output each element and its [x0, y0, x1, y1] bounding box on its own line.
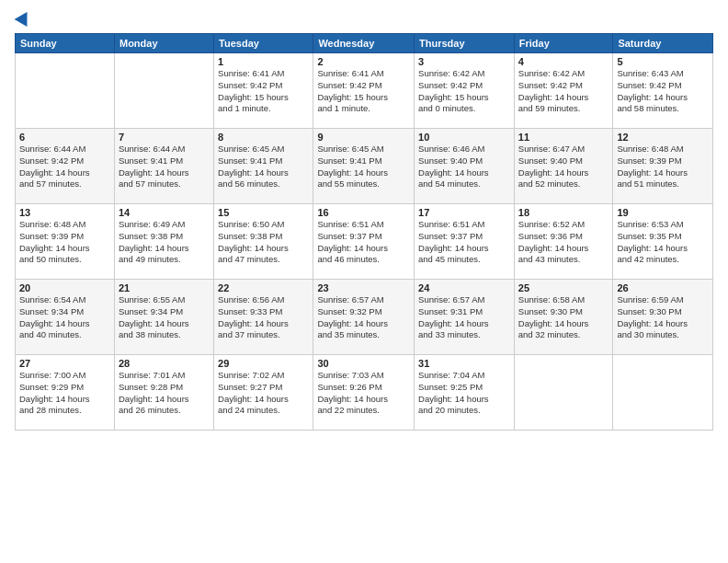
calendar-week-row: 13Sunrise: 6:48 AM Sunset: 9:39 PM Dayli… — [16, 204, 713, 280]
day-number: 19 — [617, 207, 709, 218]
day-number: 6 — [19, 132, 110, 143]
day-number: 12 — [617, 132, 709, 143]
day-info: Sunrise: 6:46 AM Sunset: 9:40 PM Dayligh… — [418, 144, 510, 190]
weekday-header: Sunday — [16, 34, 115, 53]
calendar-cell: 14Sunrise: 6:49 AM Sunset: 9:38 PM Dayli… — [114, 204, 213, 280]
page-header — [15, 11, 713, 26]
day-info: Sunrise: 6:55 AM Sunset: 9:34 PM Dayligh… — [119, 294, 210, 341]
calendar-cell: 27Sunrise: 7:00 AM Sunset: 9:29 PM Dayli… — [16, 355, 115, 431]
calendar-cell: 20Sunrise: 6:54 AM Sunset: 9:34 PM Dayli… — [16, 280, 115, 355]
day-info: Sunrise: 6:41 AM Sunset: 9:42 PM Dayligh… — [317, 68, 410, 115]
day-info: Sunrise: 6:58 AM Sunset: 9:30 PM Dayligh… — [518, 294, 609, 341]
calendar-cell: 26Sunrise: 6:59 AM Sunset: 9:30 PM Dayli… — [613, 280, 713, 355]
day-number: 2 — [317, 56, 410, 67]
day-number: 27 — [19, 358, 110, 369]
day-number: 23 — [317, 282, 410, 293]
calendar-cell: 21Sunrise: 6:55 AM Sunset: 9:34 PM Dayli… — [114, 280, 213, 355]
calendar-cell: 11Sunrise: 6:47 AM Sunset: 9:40 PM Dayli… — [514, 129, 613, 204]
day-number: 14 — [119, 207, 210, 218]
day-info: Sunrise: 7:00 AM Sunset: 9:29 PM Dayligh… — [19, 370, 110, 417]
weekday-header: Monday — [114, 34, 213, 53]
calendar-cell: 19Sunrise: 6:53 AM Sunset: 9:35 PM Dayli… — [613, 204, 713, 280]
day-info: Sunrise: 6:44 AM Sunset: 9:41 PM Dayligh… — [119, 144, 210, 190]
calendar-cell: 23Sunrise: 6:57 AM Sunset: 9:32 PM Dayli… — [313, 280, 415, 355]
day-number: 20 — [19, 282, 110, 293]
day-number: 28 — [119, 358, 210, 369]
calendar-cell — [114, 53, 213, 129]
calendar-cell — [514, 355, 613, 431]
day-number: 10 — [418, 132, 510, 143]
day-number: 17 — [418, 207, 510, 218]
day-number: 30 — [317, 358, 410, 369]
day-number: 16 — [317, 207, 410, 218]
calendar-cell: 30Sunrise: 7:03 AM Sunset: 9:26 PM Dayli… — [313, 355, 415, 431]
day-info: Sunrise: 6:51 AM Sunset: 9:37 PM Dayligh… — [418, 219, 510, 266]
day-number: 22 — [218, 282, 309, 293]
day-info: Sunrise: 7:02 AM Sunset: 9:27 PM Dayligh… — [218, 370, 309, 417]
day-info: Sunrise: 6:45 AM Sunset: 9:41 PM Dayligh… — [218, 144, 309, 190]
day-number: 9 — [317, 132, 410, 143]
calendar-cell: 16Sunrise: 6:51 AM Sunset: 9:37 PM Dayli… — [313, 204, 415, 280]
day-info: Sunrise: 6:49 AM Sunset: 9:38 PM Dayligh… — [119, 219, 210, 266]
day-number: 1 — [218, 56, 309, 67]
day-number: 4 — [518, 56, 609, 67]
calendar-cell: 24Sunrise: 6:57 AM Sunset: 9:31 PM Dayli… — [415, 280, 515, 355]
day-info: Sunrise: 6:42 AM Sunset: 9:42 PM Dayligh… — [518, 68, 609, 115]
calendar-cell: 2Sunrise: 6:41 AM Sunset: 9:42 PM Daylig… — [313, 53, 415, 129]
day-info: Sunrise: 7:01 AM Sunset: 9:28 PM Dayligh… — [119, 370, 210, 417]
day-number: 7 — [119, 132, 210, 143]
weekday-header: Thursday — [415, 34, 515, 53]
calendar-cell: 17Sunrise: 6:51 AM Sunset: 9:37 PM Dayli… — [415, 204, 515, 280]
day-number: 31 — [418, 358, 510, 369]
calendar-cell: 28Sunrise: 7:01 AM Sunset: 9:28 PM Dayli… — [114, 355, 213, 431]
day-info: Sunrise: 6:43 AM Sunset: 9:42 PM Dayligh… — [617, 68, 709, 115]
day-info: Sunrise: 6:44 AM Sunset: 9:42 PM Dayligh… — [19, 144, 110, 190]
calendar-cell: 25Sunrise: 6:58 AM Sunset: 9:30 PM Dayli… — [514, 280, 613, 355]
calendar-table: SundayMondayTuesdayWednesdayThursdayFrid… — [15, 33, 713, 431]
calendar-cell: 9Sunrise: 6:45 AM Sunset: 9:41 PM Daylig… — [313, 129, 415, 204]
day-info: Sunrise: 6:42 AM Sunset: 9:42 PM Dayligh… — [418, 68, 510, 115]
weekday-header: Saturday — [613, 34, 713, 53]
day-number: 18 — [518, 207, 609, 218]
calendar-week-row: 6Sunrise: 6:44 AM Sunset: 9:42 PM Daylig… — [16, 129, 713, 204]
weekday-header: Wednesday — [313, 34, 415, 53]
day-number: 24 — [418, 282, 510, 293]
day-info: Sunrise: 6:47 AM Sunset: 9:40 PM Dayligh… — [518, 144, 609, 190]
calendar-header-row: SundayMondayTuesdayWednesdayThursdayFrid… — [16, 34, 713, 53]
calendar-week-row: 20Sunrise: 6:54 AM Sunset: 9:34 PM Dayli… — [16, 280, 713, 355]
logo — [15, 11, 31, 26]
calendar-cell: 8Sunrise: 6:45 AM Sunset: 9:41 PM Daylig… — [214, 129, 313, 204]
day-number: 25 — [518, 282, 609, 293]
day-number: 15 — [218, 207, 309, 218]
calendar-cell: 10Sunrise: 6:46 AM Sunset: 9:40 PM Dayli… — [415, 129, 515, 204]
calendar-cell — [16, 53, 115, 129]
day-number: 8 — [218, 132, 309, 143]
day-info: Sunrise: 6:56 AM Sunset: 9:33 PM Dayligh… — [218, 294, 309, 341]
day-info: Sunrise: 7:03 AM Sunset: 9:26 PM Dayligh… — [317, 370, 410, 417]
day-info: Sunrise: 6:52 AM Sunset: 9:36 PM Dayligh… — [518, 219, 609, 266]
day-info: Sunrise: 6:41 AM Sunset: 9:42 PM Dayligh… — [218, 68, 309, 115]
logo-icon — [15, 8, 34, 27]
calendar-cell — [613, 355, 713, 431]
calendar-cell: 18Sunrise: 6:52 AM Sunset: 9:36 PM Dayli… — [514, 204, 613, 280]
weekday-header: Friday — [514, 34, 613, 53]
day-info: Sunrise: 6:45 AM Sunset: 9:41 PM Dayligh… — [317, 144, 410, 190]
calendar-cell: 5Sunrise: 6:43 AM Sunset: 9:42 PM Daylig… — [613, 53, 713, 129]
day-info: Sunrise: 6:57 AM Sunset: 9:32 PM Dayligh… — [317, 294, 410, 341]
calendar-cell: 12Sunrise: 6:48 AM Sunset: 9:39 PM Dayli… — [613, 129, 713, 204]
calendar-cell: 1Sunrise: 6:41 AM Sunset: 9:42 PM Daylig… — [214, 53, 313, 129]
calendar-week-row: 1Sunrise: 6:41 AM Sunset: 9:42 PM Daylig… — [16, 53, 713, 129]
day-info: Sunrise: 6:48 AM Sunset: 9:39 PM Dayligh… — [617, 144, 709, 190]
day-info: Sunrise: 6:48 AM Sunset: 9:39 PM Dayligh… — [19, 219, 110, 266]
weekday-header: Tuesday — [214, 34, 313, 53]
day-number: 5 — [617, 56, 709, 67]
calendar-cell: 7Sunrise: 6:44 AM Sunset: 9:41 PM Daylig… — [114, 129, 213, 204]
calendar-week-row: 27Sunrise: 7:00 AM Sunset: 9:29 PM Dayli… — [16, 355, 713, 431]
calendar-cell: 22Sunrise: 6:56 AM Sunset: 9:33 PM Dayli… — [214, 280, 313, 355]
day-number: 26 — [617, 282, 709, 293]
day-info: Sunrise: 6:50 AM Sunset: 9:38 PM Dayligh… — [218, 219, 309, 266]
day-info: Sunrise: 6:57 AM Sunset: 9:31 PM Dayligh… — [418, 294, 510, 341]
day-number: 21 — [119, 282, 210, 293]
calendar-cell: 15Sunrise: 6:50 AM Sunset: 9:38 PM Dayli… — [214, 204, 313, 280]
calendar-cell: 13Sunrise: 6:48 AM Sunset: 9:39 PM Dayli… — [16, 204, 115, 280]
